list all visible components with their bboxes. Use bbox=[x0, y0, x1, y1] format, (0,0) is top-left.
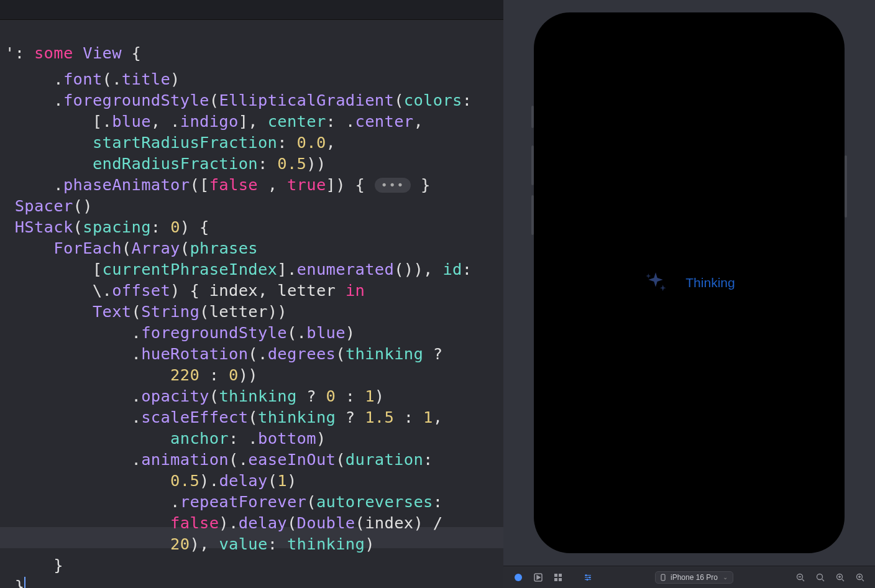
code-line[interactable]: .foregroundStyle(EllipticalGradient(colo… bbox=[5, 90, 498, 111]
svg-point-6 bbox=[585, 574, 587, 576]
device-settings-button[interactable] bbox=[579, 570, 597, 585]
code-line[interactable]: } bbox=[5, 576, 498, 588]
zoom-out-button[interactable] bbox=[792, 570, 809, 585]
selectable-preview-button[interactable] bbox=[529, 570, 547, 585]
svg-point-7 bbox=[589, 576, 591, 578]
code-line[interactable]: Spacer() bbox=[5, 195, 498, 216]
code-line[interactable]: .opacity(thinking ? 0 : 1) bbox=[5, 385, 498, 407]
code-line[interactable]: [currentPhraseIndex].enumerated()), id: bbox=[5, 259, 498, 280]
code-line[interactable]: HStack(spacing: 0) { bbox=[5, 216, 498, 237]
code-line[interactable]: 220 : 0)) bbox=[5, 364, 498, 385]
variants-button[interactable] bbox=[549, 570, 567, 585]
zoom-fit-button[interactable] bbox=[812, 570, 829, 585]
svg-point-11 bbox=[817, 574, 823, 579]
device-name: iPhone 16 Pro bbox=[671, 573, 718, 582]
code-line[interactable]: } bbox=[5, 554, 498, 576]
preview-content: Thinking bbox=[643, 270, 735, 295]
code-line[interactable]: startRadiusFraction: 0.0, bbox=[5, 132, 498, 153]
code-line[interactable]: .repeatForever(autoreverses: bbox=[5, 491, 498, 512]
svg-rect-4 bbox=[554, 578, 557, 581]
svg-rect-3 bbox=[559, 574, 562, 577]
svg-rect-9 bbox=[661, 574, 665, 581]
code-content[interactable]: .font(.title) .foregroundStyle(Elliptica… bbox=[0, 5, 503, 588]
code-line[interactable]: 20), value: thinking) bbox=[5, 533, 498, 554]
code-line[interactable]: ForEach(Array(phrases bbox=[5, 237, 498, 259]
thinking-label: Thinking bbox=[685, 275, 735, 290]
code-line[interactable]: .font(.title) bbox=[5, 68, 498, 90]
phone-icon bbox=[659, 574, 667, 581]
code-header-line: ': some View { bbox=[5, 42, 498, 63]
svg-point-8 bbox=[587, 579, 589, 581]
code-fold-indicator[interactable]: ••• bbox=[375, 178, 411, 193]
zoom-actual-button[interactable] bbox=[831, 570, 849, 585]
svg-rect-2 bbox=[554, 574, 557, 577]
code-line[interactable]: 0.5).delay(1) bbox=[5, 470, 498, 491]
code-line[interactable]: .phaseAnimator([false , true]) { ••• } bbox=[5, 174, 498, 195]
code-line[interactable]: [.blue, .indigo], center: .center, bbox=[5, 111, 498, 132]
code-line[interactable]: .foregroundStyle(.blue) bbox=[5, 322, 498, 343]
preview-toolbar: iPhone 16 Pro ⌄ bbox=[503, 566, 875, 588]
code-line[interactable]: anchor: .bottom) bbox=[5, 428, 498, 449]
device-simulator-frame[interactable]: Thinking bbox=[534, 12, 845, 553]
code-line[interactable]: false).delay(Double(index) / bbox=[5, 512, 498, 533]
zoom-in-button[interactable] bbox=[851, 570, 869, 585]
code-line[interactable]: .animation(.easeInOut(duration: bbox=[5, 449, 498, 470]
preview-pane: Thinking iPhone 16 Pro ⌄ bbox=[503, 0, 875, 588]
chevron-down-icon: ⌄ bbox=[723, 574, 728, 581]
device-power-button bbox=[845, 155, 847, 218]
live-preview-button[interactable] bbox=[510, 570, 527, 585]
svg-rect-5 bbox=[559, 578, 562, 581]
code-line[interactable]: .hueRotation(.degrees(thinking ? bbox=[5, 343, 498, 364]
text-cursor bbox=[24, 577, 25, 588]
code-line[interactable]: .scaleEffect(thinking ? 1.5 : 1, bbox=[5, 407, 498, 428]
code-line[interactable]: Text(String(letter)) bbox=[5, 301, 498, 322]
code-editor-pane[interactable]: ': some View { .font(.title) .foreground… bbox=[0, 0, 503, 588]
code-line[interactable]: \.offset) { index, letter in bbox=[5, 280, 498, 301]
code-line[interactable]: endRadiusFraction: 0.5)) bbox=[5, 153, 498, 174]
sparkle-icon bbox=[643, 270, 668, 295]
device-picker[interactable]: iPhone 16 Pro ⌄ bbox=[655, 571, 733, 584]
svg-point-0 bbox=[515, 574, 522, 581]
